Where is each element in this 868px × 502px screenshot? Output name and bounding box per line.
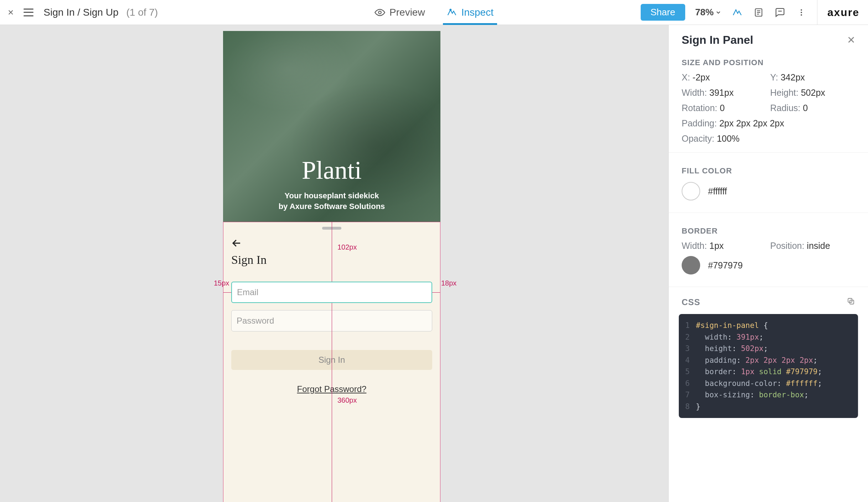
measure-left: 15px [214, 279, 229, 287]
border-hex: #797979 [708, 260, 743, 271]
axure-logo: axure [817, 0, 859, 25]
value-width: 391px [709, 88, 734, 98]
email-placeholder: Email [237, 287, 258, 297]
copy-css-icon[interactable] [847, 297, 855, 308]
svg-point-0 [378, 11, 381, 14]
label-padding: Padding: [682, 118, 717, 128]
label-rotation: Rotation: [682, 103, 717, 113]
inspector-title: Sign In Panel [682, 33, 753, 47]
notes-icon[interactable] [753, 7, 764, 18]
inspector-close-icon[interactable]: ✕ [847, 34, 855, 46]
app-brand: Planti [223, 156, 440, 185]
svg-point-9 [801, 14, 802, 16]
zoom-value: 78% [695, 7, 714, 18]
inspector-panel: Sign In Panel ✕ SIZE AND POSITION X: -2p… [668, 25, 868, 502]
section-size-position: SIZE AND POSITION [669, 51, 868, 71]
signin-heading: Sign In [231, 253, 267, 267]
email-field[interactable]: Email [231, 282, 432, 303]
close-button[interactable]: × [6, 7, 16, 18]
value-padding: 2px 2px 2px 2px [719, 118, 784, 128]
tab-preview-label: Preview [389, 7, 425, 18]
tab-inspect[interactable]: Inspect [443, 0, 497, 25]
value-y: 342px [781, 72, 805, 82]
value-height: 502px [801, 88, 825, 98]
value-border-position: inside [807, 241, 830, 251]
page-count: (1 of 7) [126, 7, 158, 18]
more-icon[interactable] [796, 7, 807, 18]
fill-hex: #ffffff [708, 186, 727, 197]
sign-in-panel[interactable]: Sign In 102px Email Password Sign In For… [223, 222, 440, 502]
tab-inspect-label: Inspect [461, 7, 494, 18]
label-radius: Radius: [770, 103, 801, 113]
css-code-block[interactable]: 1#sign-in-panel {2 width: 391px;3 height… [679, 314, 858, 418]
handoff-icon[interactable] [732, 7, 743, 18]
hero-image: Planti Your houseplant sidekick by Axure… [223, 31, 440, 222]
label-height: Height: [770, 88, 799, 98]
share-button[interactable]: Share [641, 4, 685, 21]
section-fill-color: FILL COLOR [669, 159, 868, 179]
tab-preview[interactable]: Preview [371, 0, 429, 25]
svg-point-7 [801, 9, 802, 11]
eye-icon [374, 7, 385, 18]
value-radius: 0 [803, 103, 808, 113]
label-width: Width: [682, 88, 707, 98]
label-x: X: [682, 72, 690, 82]
zoom-dropdown[interactable]: 78% [695, 7, 722, 18]
value-rotation: 0 [720, 103, 725, 113]
comment-icon[interactable] [774, 7, 786, 18]
measure-right: 18px [441, 279, 456, 287]
value-border-width: 1px [709, 241, 724, 251]
value-opacity: 100% [717, 134, 740, 143]
section-css: CSS [682, 297, 700, 307]
fill-swatch[interactable] [682, 182, 700, 200]
border-swatch[interactable] [682, 256, 700, 274]
hero-tagline-2: by Axure Software Solutions [223, 202, 440, 211]
section-border: BORDER [669, 219, 868, 239]
label-opacity: Opacity: [682, 134, 714, 143]
chevron-down-icon [715, 9, 722, 16]
back-arrow-icon[interactable] [231, 237, 242, 251]
measure-top: 102px [337, 243, 357, 251]
label-border-width: Width: [682, 241, 707, 251]
measure-width: 360px [337, 396, 357, 404]
hero-tagline-1: Your houseplant sidekick [223, 191, 440, 200]
label-border-position: Position: [770, 241, 805, 251]
label-y: Y: [770, 72, 778, 82]
svg-point-8 [801, 12, 802, 13]
inspect-icon [446, 7, 457, 18]
menu-icon[interactable] [24, 9, 33, 16]
value-x: -2px [693, 72, 710, 82]
page-title: Sign In / Sign Up [43, 7, 118, 18]
password-placeholder: Password [237, 316, 274, 326]
